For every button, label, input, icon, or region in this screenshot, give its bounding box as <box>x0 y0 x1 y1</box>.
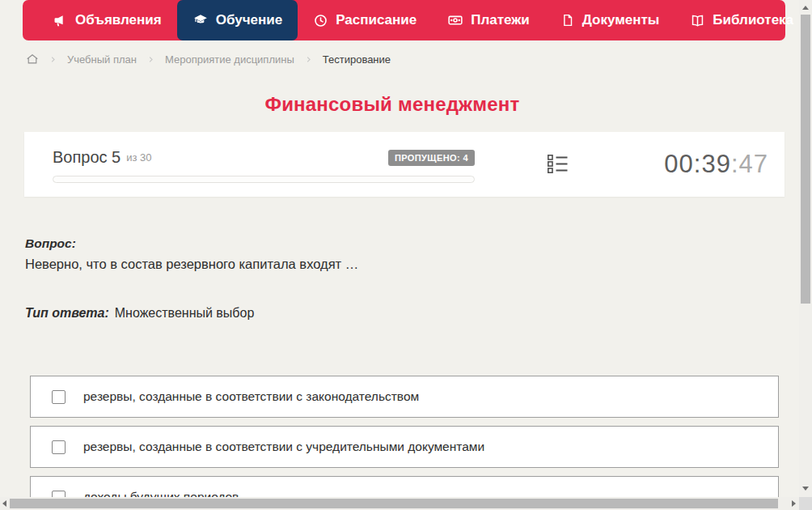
answer-type-label: Тип ответа: <box>25 306 109 320</box>
breadcrumb-curriculum[interactable]: Учебный план <box>67 53 137 66</box>
option-checkbox[interactable] <box>52 390 66 404</box>
option-checkbox[interactable] <box>52 440 66 454</box>
nav-item-announcements[interactable]: Объявления <box>37 0 177 40</box>
vertical-scrollbar[interactable] <box>799 0 812 497</box>
answer-option[interactable]: резервы, созданные в соответствии с учре… <box>30 426 779 468</box>
megaphone-icon <box>53 13 68 28</box>
breadcrumb-testing: Тестирование <box>323 53 391 66</box>
question-text: Неверно, что в состав резервного капитал… <box>25 257 358 272</box>
main-nav: Объявления Обучение Расписание <box>23 0 785 40</box>
quiz-progress-section: Вопрос 5 из 30 ПРОПУЩЕНО: 4 <box>53 148 475 183</box>
clock-icon <box>313 13 328 28</box>
scrollbar-corner <box>799 497 812 510</box>
question-number: Вопрос 5 <box>53 148 121 167</box>
breadcrumb: Учебный план Мероприятие дисциплины Тест… <box>26 50 391 68</box>
nav-item-payments[interactable]: Платежи <box>432 0 545 40</box>
nav-item-label: Расписание <box>336 12 417 28</box>
answer-type-row: Тип ответа:Множественный выбор <box>25 306 254 321</box>
nav-item-label: Библиотека <box>713 12 793 28</box>
question-prompt-label: Вопрос: <box>25 236 76 251</box>
horizontal-scrollbar-thumb[interactable] <box>10 499 778 508</box>
timer-main: 00:39 <box>664 150 731 178</box>
question-list-icon <box>547 153 569 178</box>
chevron-right-icon <box>146 55 155 64</box>
nav-item-documents[interactable]: Документы <box>545 0 675 40</box>
home-icon[interactable] <box>26 53 39 66</box>
scroll-right-arrow-icon[interactable] <box>792 500 796 507</box>
cash-icon <box>447 12 463 28</box>
nav-item-schedule[interactable]: Расписание <box>298 0 432 40</box>
question-list-button[interactable] <box>545 153 569 177</box>
quiz-header-panel: Вопрос 5 из 30 ПРОПУЩЕНО: 4 00:39:47 <box>24 132 785 197</box>
answer-option[interactable]: резервы, созданные в соответствии с зако… <box>30 376 779 418</box>
skipped-badge: ПРОПУЩЕНО: 4 <box>388 150 475 166</box>
open-book-icon <box>690 13 705 28</box>
graduation-cap-icon <box>192 12 209 28</box>
timer: 00:39:47 <box>664 150 768 179</box>
scroll-left-arrow-icon[interactable] <box>2 500 6 507</box>
option-label: резервы, созданные в соответствии с зако… <box>83 389 419 404</box>
option-label: резервы, созданные в соответствии с учре… <box>83 440 484 454</box>
page-title: Финансовый менеджмент <box>0 93 785 116</box>
chevron-right-icon <box>304 55 313 64</box>
quiz-screen: Объявления Обучение Расписание <box>0 0 812 510</box>
nav-item-label: Документы <box>582 12 660 28</box>
horizontal-scrollbar[interactable] <box>0 497 799 510</box>
scroll-down-arrow-icon[interactable] <box>802 487 809 491</box>
breadcrumb-discipline-event[interactable]: Мероприятие дисциплины <box>165 53 294 66</box>
progress-bar <box>53 176 475 183</box>
timer-seconds: :47 <box>731 150 768 178</box>
nav-item-label: Платежи <box>471 12 530 28</box>
document-icon <box>560 13 575 28</box>
scroll-up-arrow-icon[interactable] <box>802 6 809 10</box>
chevron-right-icon <box>49 55 57 64</box>
nav-item-label: Объявления <box>75 12 162 28</box>
nav-item-label: Обучение <box>216 12 282 28</box>
nav-item-learning[interactable]: Обучение <box>177 0 298 40</box>
nav-item-library[interactable]: Библиотека <box>675 0 812 40</box>
question-total: из 30 <box>126 151 151 164</box>
vertical-scrollbar-thumb[interactable] <box>801 15 810 304</box>
answer-type-value: Множественный выбор <box>115 306 255 320</box>
